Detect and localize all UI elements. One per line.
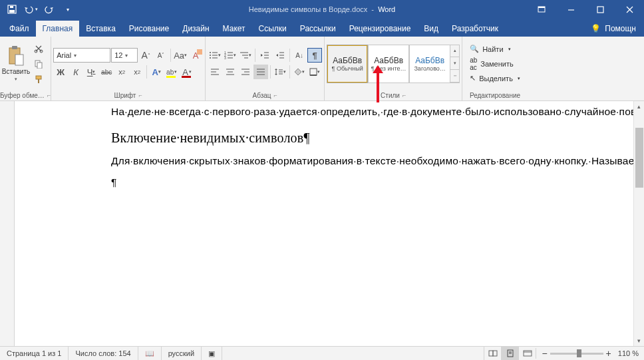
multilevel-list-button[interactable]: ▾	[238, 48, 253, 63]
redo-icon[interactable]	[41, 1, 57, 17]
svg-rect-63	[524, 351, 532, 356]
svg-rect-18	[197, 49, 202, 55]
status-page[interactable]: Страница 1 из 1	[0, 347, 69, 360]
styles-more[interactable]: ▴▾⎼	[450, 45, 460, 83]
vertical-ruler[interactable]	[0, 101, 15, 346]
save-icon[interactable]	[4, 1, 20, 17]
paragraph[interactable]: Для·включения·скрытых·знаков·форматирова…	[111, 154, 554, 168]
align-right-button[interactable]	[238, 65, 253, 79]
bullets-button[interactable]: ▾	[208, 48, 222, 63]
replace-icon: abac	[470, 57, 477, 71]
dialog-launcher-icon[interactable]: ⌐	[402, 92, 406, 98]
tab-view[interactable]: Вид	[417, 21, 445, 37]
font-color-button[interactable]: A▾	[180, 65, 194, 79]
svg-point-23	[210, 57, 211, 59]
decrease-indent-button[interactable]	[257, 48, 272, 63]
zoom-slider[interactable]	[550, 353, 603, 355]
chevron-down-icon: ▾	[450, 57, 459, 70]
line-spacing-button[interactable]: ▾	[273, 65, 287, 79]
text-effects-button[interactable]: A▾	[149, 65, 164, 79]
document-area: На·деле·не·всегда·с·первого·раза·удается…	[0, 101, 644, 346]
superscript-button[interactable]: x2	[130, 65, 144, 79]
tab-file[interactable]: Файл	[3, 21, 36, 37]
dialog-launcher-icon[interactable]: ⌐	[274, 92, 277, 98]
select-button[interactable]: ↖Выделить▾	[467, 72, 523, 85]
cut-button[interactable]	[31, 41, 46, 56]
tab-layout[interactable]: Макет	[216, 21, 252, 37]
tab-references[interactable]: Ссылки	[252, 21, 293, 37]
view-read-icon[interactable]	[484, 347, 501, 361]
justify-button[interactable]	[253, 65, 268, 79]
minimize-icon[interactable]	[556, 0, 585, 19]
tab-mailings[interactable]: Рассылки	[293, 21, 343, 37]
font-size-combo[interactable]: 12▾	[111, 48, 138, 63]
search-icon: 🔍	[470, 45, 479, 53]
tab-home[interactable]: Главная	[36, 21, 80, 37]
style-normal[interactable]: АаБбВв¶ Обычный	[327, 45, 368, 83]
svg-rect-16	[36, 76, 41, 79]
copy-button[interactable]	[31, 57, 46, 71]
bold-button[interactable]: Ж	[53, 65, 68, 79]
increase-indent-button[interactable]	[273, 48, 287, 63]
tab-design[interactable]: Дизайн	[176, 21, 216, 37]
format-painter-button[interactable]	[31, 72, 46, 87]
shading-button[interactable]: ▾	[292, 65, 307, 79]
strikethrough-button[interactable]: abc	[99, 65, 114, 79]
heading[interactable]: Включение·невидимых·символов¶	[111, 129, 554, 146]
zoom-level[interactable]: 110 %	[618, 349, 639, 357]
status-wordcount[interactable]: Число слов: 154	[69, 347, 138, 360]
status-macro[interactable]: ▣	[202, 347, 222, 360]
subscript-button[interactable]: x2	[114, 65, 129, 79]
svg-rect-59	[493, 351, 497, 356]
grow-font-button[interactable]: A˄	[138, 48, 153, 63]
replace-button[interactable]: abacЗаменить	[467, 57, 523, 71]
font-name-combo[interactable]: Arial▾	[53, 48, 110, 63]
view-web-icon[interactable]	[518, 347, 536, 361]
style-no-spacing[interactable]: АаБбВв¶ Без инте…	[368, 45, 409, 83]
italic-button[interactable]: К	[69, 65, 83, 79]
numbering-button[interactable]: 123▾	[223, 48, 238, 63]
ribbon-display-icon[interactable]	[527, 0, 556, 19]
undo-icon[interactable]: ▾	[23, 1, 39, 17]
zoom-out-button[interactable]: −	[542, 348, 547, 359]
document-page[interactable]: На·деле·не·всегда·с·первого·раза·удается…	[15, 101, 633, 346]
cursor-paragraph[interactable]: ¶	[111, 176, 554, 189]
change-case-button[interactable]: Aa▾	[173, 48, 188, 63]
clear-formatting-button[interactable]: A	[188, 48, 203, 63]
tab-insert[interactable]: Вставка	[79, 21, 122, 37]
show-marks-button[interactable]: ¶	[307, 48, 322, 63]
svg-text:3: 3	[224, 56, 226, 59]
dialog-launcher-icon[interactable]: ⌐	[47, 92, 51, 98]
scroll-thumb[interactable]	[635, 128, 643, 188]
sort-button[interactable]: A↓	[292, 48, 307, 63]
close-icon[interactable]	[615, 0, 644, 19]
qat-more-icon[interactable]: ▾	[60, 1, 76, 17]
tab-draw[interactable]: Рисование	[122, 21, 176, 37]
book-icon: 📖	[145, 349, 154, 358]
borders-button[interactable]: ▾	[307, 65, 322, 79]
style-heading[interactable]: АаБбВвЗаголово…	[409, 45, 450, 83]
highlight-button[interactable]: ab▾	[164, 65, 179, 79]
paste-button[interactable]: Вставить ▾	[2, 39, 30, 89]
view-buttons	[484, 347, 536, 361]
underline-button[interactable]: Ч▾	[84, 65, 98, 79]
tab-developer[interactable]: Разработчик	[445, 21, 505, 37]
shrink-font-button[interactable]: A˅	[154, 48, 168, 63]
maximize-icon[interactable]	[585, 0, 615, 19]
vertical-scrollbar[interactable]: ▴ ▾	[633, 101, 644, 346]
zoom-in-button[interactable]: +	[606, 348, 611, 359]
tell-me[interactable]: 💡Помощн	[584, 21, 644, 37]
status-proofing[interactable]: 📖	[138, 347, 162, 360]
scroll-up-icon[interactable]: ▴	[634, 101, 644, 112]
align-center-button[interactable]	[223, 65, 238, 79]
view-print-icon[interactable]	[501, 347, 518, 361]
dialog-launcher-icon[interactable]: ⌐	[138, 92, 142, 98]
annotation-arrow	[377, 72, 379, 102]
svg-rect-10	[12, 46, 17, 49]
paragraph[interactable]: На·деле·не·всегда·с·первого·раза·удается…	[111, 105, 554, 118]
scroll-down-icon[interactable]: ▾	[634, 335, 644, 346]
tab-review[interactable]: Рецензирование	[343, 21, 418, 37]
status-language[interactable]: русский	[162, 347, 202, 360]
find-button[interactable]: 🔍Найти▾	[467, 43, 523, 56]
align-left-button[interactable]	[208, 65, 222, 79]
